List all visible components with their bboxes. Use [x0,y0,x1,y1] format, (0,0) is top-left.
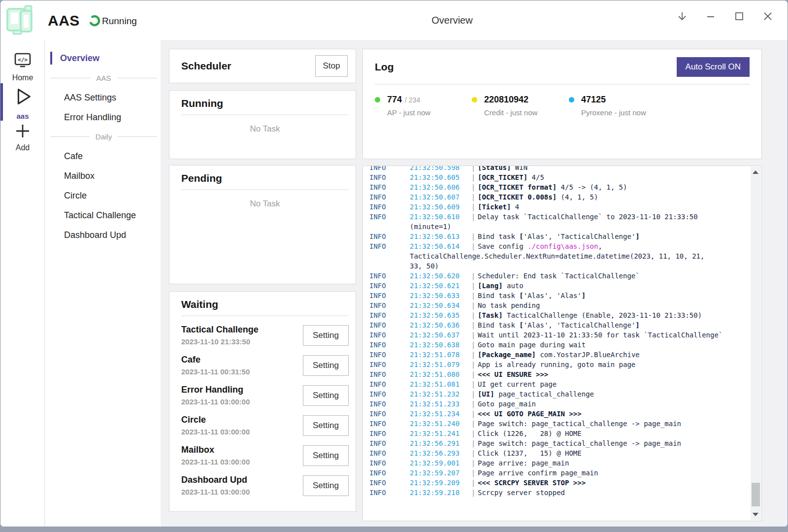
log-line: INFO21:32:50.635|[Task] TacticalChalleng… [369,310,747,320]
log-timestamp: 21:32:51.080 [410,369,469,379]
scrollbar-thumb[interactable] [752,483,760,506]
scrollbar-down-icon[interactable] [753,513,758,516]
log-level: INFO [369,379,410,389]
log-separator: | [469,369,478,379]
log-segment: , [598,242,602,250]
setting-button-circle[interactable]: Setting [303,415,349,436]
log-timestamp: 21:32:59.209 [410,478,469,488]
log-level: INFO [369,241,410,251]
log-message: Click (1226, 28) @ HOME [478,429,582,438]
log-card: Log Auto Scroll ON 774/ 234AP - just now… [362,49,762,159]
log-message: (minute=1) [410,222,451,232]
setting-button-tactical-challenge[interactable]: Setting [303,325,349,346]
log-message: [OCR_TICKET] 4/5 [478,172,544,182]
log-segment: Delay task `TacticalChallenge` to 2023-1… [478,213,698,221]
log-message: Goto main page during wait [478,340,586,350]
log-line: INFO21:32:59.207|Page arrive confirm pag… [369,468,747,478]
scrollbar-up-icon[interactable] [753,170,758,174]
log-timestamp: 21:32:50.635 [410,310,469,320]
log-line: INFO21:32:51.240|Page switch: page_tacti… [369,419,747,429]
sidebar-item-overview[interactable]: Overview [45,48,161,68]
sidebar-item-error-handling[interactable]: Error Handling [45,107,161,127]
running-card: Running No Task [169,90,356,159]
log-separator: | [469,379,478,389]
log-segment: [ [519,233,523,240]
task-name: Error Handling [181,385,303,395]
log-separator: | [469,468,478,478]
task-next-run: 2023-11-11 03:00:00 [181,458,303,466]
waiting-task-row: Tactical Challenge2023-11-10 21:33:50Set… [181,320,349,350]
log-scrollbar[interactable] [751,166,761,520]
rail-item-add[interactable]: Add [0,123,45,152]
setting-button-mailbox[interactable]: Setting [303,445,349,466]
log-segment: 4 [511,203,519,211]
setting-button-dashboard-upd[interactable]: Setting [303,475,349,496]
log-level: INFO [369,419,410,429]
log-message: [OCR_TICKET 0.008s] (4, 1, 5) [478,192,598,202]
log-timestamp: 21:32:51.079 [410,360,469,369]
icon-rail: </> Home aas Add [0,40,45,527]
log-segment: ./config\aas.json [527,242,598,250]
log-segment: Click (1237, 15) @ HOME [478,449,582,457]
running-spinner-icon [88,14,101,27]
waiting-task-row: Mailbox2023-11-11 03:00:00Setting [181,440,349,470]
log-line: INFO21:32:50.609|[Ticket] 4 [369,202,747,212]
log-line: INFO21:32:50.636|Bind task ['Alas', 'Tac… [369,320,747,330]
rail-item-aas[interactable]: aas [0,85,45,120]
log-message: Wait until 2023-11-10 21:33:50 for task … [478,330,722,340]
log-line: (minute=1) [369,222,747,232]
log-line: INFO21:32:50.634|No task pending [369,300,747,310]
log-level: INFO [369,409,410,419]
maximize-icon[interactable] [733,10,745,22]
stat-value: 47125 [581,95,606,104]
log-line: INFO21:32:50.606|[OCR_TICKET format] 4/5… [369,182,747,192]
rail-item-home[interactable]: </> Home [0,51,45,82]
log-timestamp: 21:32:50.633 [410,291,469,300]
log-separator: | [469,478,478,488]
auto-scroll-toggle[interactable]: Auto Scroll ON [677,57,750,77]
log-segment: ] [635,233,639,240]
sidebar-item-dashboard-upd[interactable]: Dashboard Upd [45,225,161,245]
log-message: Page switch: page_tactical_challenge -> … [478,438,681,448]
log-separator: | [469,192,478,202]
log-segment: com.YostarJP.BlueArchive [536,351,640,359]
log-segment: (minute=1) [410,223,451,231]
log-message: Goto page_main [478,399,536,409]
stop-button[interactable]: Stop [315,55,348,77]
log-separator: | [469,300,478,310]
log-timestamp: 21:32:59.207 [410,468,469,478]
close-icon[interactable] [762,10,774,22]
log-level: INFO [369,192,410,202]
log-line: INFO21:32:50.610|Delay task `TacticalCha… [369,212,747,222]
log-timestamp: 21:32:51.081 [410,379,469,389]
log-segment: 'Alas', 'Alas' [524,292,582,299]
log-message: <<< SCRCPY SERVER STOP >>> [478,478,586,488]
log-level: INFO [369,340,410,350]
log-line: INFO21:32:50.637|Wait until 2023-11-10 2… [369,330,747,340]
log-level: INFO [369,478,410,488]
log-line: INFO21:32:56.293|Click (1237, 15) @ HOME [369,448,747,458]
log-segment: Page switch: page_tactical_challenge -> … [478,439,681,447]
log-level: INFO [369,360,410,369]
log-message: [Lang] auto [478,281,524,291]
sidebar-item-mailbox[interactable]: Mailbox [45,166,161,186]
log-timestamp: 21:32:51.241 [410,429,469,438]
stat-suffix: / 234 [405,96,420,104]
setting-button-cafe[interactable]: Setting [303,355,349,376]
log-message: [Package_name] com.YostarJP.BlueArchive [478,350,640,360]
log-line: INFO21:32:51.233|Goto page_main [369,399,747,409]
download-arrow-icon[interactable] [676,10,688,22]
sidebar-item-circle[interactable]: Circle [45,186,161,205]
log-level [369,222,410,232]
log-separator: | [469,271,478,281]
divider [375,84,750,85]
sidebar-item-tactical-challenge[interactable]: Tactical Challenge [45,205,161,225]
sidebar-item-aas-settings[interactable]: AAS Settings [45,88,161,107]
waiting-task-info: Mailbox2023-11-11 03:00:00 [181,445,303,466]
sidebar-item-cafe[interactable]: Cafe [45,146,161,166]
minimize-icon[interactable] [705,10,717,22]
app-body: </> Home aas Add OverviewAASAAS Settings… [0,40,788,527]
stat-value: 774 [387,95,402,104]
log-level: INFO [369,330,410,340]
setting-button-error-handling[interactable]: Setting [303,385,349,406]
